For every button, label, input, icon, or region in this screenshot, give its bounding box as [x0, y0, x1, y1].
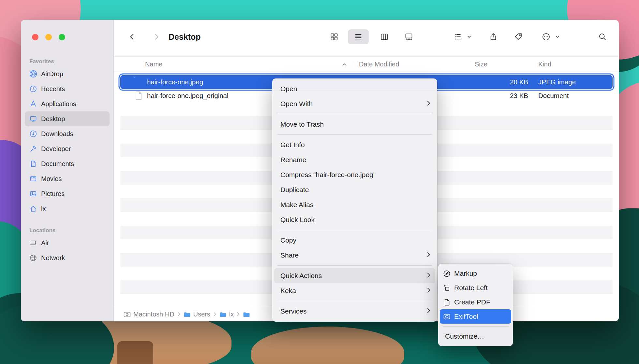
airdrop-icon	[29, 70, 37, 78]
sidebar-item-recents[interactable]: Recents	[25, 81, 110, 96]
view-columns-icon[interactable]	[380, 33, 389, 41]
submenu-item-label: Customize…	[445, 332, 484, 340]
sidebar-item-desktop[interactable]: Desktop	[25, 111, 110, 126]
submenu-item-rotate-left[interactable]: Rotate Left	[440, 281, 511, 295]
sidebar-item-developer[interactable]: Developer	[25, 141, 110, 156]
chevron-down-icon[interactable]	[467, 35, 471, 39]
menu-item-copy[interactable]: Copy	[274, 233, 435, 248]
menu-item-label: Duplicate	[280, 186, 309, 194]
create-pdf-icon	[443, 299, 451, 306]
submenu-chevron-icon	[427, 251, 431, 259]
menu-item-quick-actions[interactable]: Quick Actions	[274, 268, 435, 283]
column-divider[interactable]	[471, 61, 471, 68]
hammer-icon	[29, 145, 37, 153]
sidebar-item-movies[interactable]: Movies	[25, 171, 110, 186]
menu-item-keka[interactable]: Keka	[274, 283, 435, 298]
menu-item-label: Open With	[280, 100, 313, 108]
sidebar-item-label: Pictures	[41, 190, 65, 198]
movies-icon	[29, 175, 37, 183]
submenu-item-customize[interactable]: Customize…	[440, 329, 511, 343]
globe-icon	[29, 254, 37, 262]
sidebar-item-applications[interactable]: Applications	[25, 96, 110, 111]
submenu-item-markup[interactable]: Markup	[440, 266, 511, 281]
menu-item-move-to-trash[interactable]: Move to Trash	[274, 117, 435, 132]
sidebar-item-documents[interactable]: Documents	[25, 156, 110, 171]
search-icon[interactable]	[598, 33, 607, 41]
view-list-icon[interactable]	[354, 33, 363, 41]
menu-item-label: Compress “hair-force-one.jpeg”	[280, 171, 376, 179]
submenu-item-exiftool[interactable]: ExifTool	[440, 309, 511, 324]
menu-item-make-alias[interactable]: Make Alias	[274, 197, 435, 212]
menu-separator	[277, 114, 432, 114]
sidebar-item-network[interactable]: Network	[25, 250, 110, 265]
submenu-item-create-pdf[interactable]: Create PDF	[440, 295, 511, 309]
view-gallery-icon[interactable]	[405, 33, 413, 41]
chevron-down-icon[interactable]	[555, 35, 560, 39]
menu-item-open[interactable]: Open	[274, 81, 435, 96]
menu-separator	[277, 301, 432, 301]
submenu-chevron-icon	[427, 287, 431, 295]
sidebar-item-label: Applications	[41, 100, 76, 108]
downloads-icon	[29, 130, 37, 138]
clock-icon	[29, 85, 37, 93]
sidebar-section-locations: Locations Air Network	[25, 227, 110, 265]
column-header-kind[interactable]: Kind	[538, 61, 551, 68]
menu-item-compress[interactable]: Compress “hair-force-one.jpeg”	[274, 167, 435, 182]
menu-item-label: Move to Trash	[280, 120, 324, 128]
chevron-right-icon	[237, 311, 240, 318]
tag-icon[interactable]	[514, 33, 523, 41]
column-headers: Name Date Modified Size Kind	[114, 56, 619, 72]
path-segment-label: Macintosh HD	[133, 311, 174, 318]
sidebar-item-pictures[interactable]: Pictures	[25, 186, 110, 201]
favorites-header: Favorites	[29, 58, 110, 65]
path-segment-users[interactable]: Users	[184, 311, 210, 318]
menu-item-services[interactable]: Services	[274, 304, 435, 319]
minimize-window-button[interactable]	[45, 34, 52, 40]
sidebar-item-label: Network	[41, 254, 65, 262]
folder-icon	[243, 312, 250, 317]
menu-item-label: Quick Actions	[280, 272, 322, 280]
document-file-icon	[135, 91, 143, 100]
chevron-right-icon	[213, 311, 216, 318]
menu-item-duplicate[interactable]: Duplicate	[274, 182, 435, 197]
path-segment-home[interactable]: lx	[219, 311, 234, 318]
path-segment-partial[interactable]	[243, 312, 250, 317]
share-icon[interactable]	[489, 33, 498, 41]
sidebar-item-home[interactable]: lx	[25, 201, 110, 216]
column-divider[interactable]	[535, 61, 535, 68]
menu-item-quick-look[interactable]: Quick Look	[274, 212, 435, 227]
sidebar-item-air[interactable]: Air	[25, 235, 110, 250]
desktop-icon	[29, 115, 37, 123]
column-header-size[interactable]: Size	[475, 61, 487, 68]
file-name: hair-force-one.jpeg_original	[147, 92, 229, 100]
more-options-icon[interactable]	[542, 33, 551, 41]
file-name: hair-force-one.jpeg	[147, 78, 203, 86]
column-header-name[interactable]: Name	[145, 61, 162, 68]
menu-item-get-info[interactable]: Get Info	[274, 137, 435, 152]
menu-item-label: Copy	[280, 236, 296, 244]
sort-ascending-icon[interactable]	[342, 61, 347, 68]
close-window-button[interactable]	[32, 34, 38, 40]
menu-item-label: Keka	[280, 287, 296, 295]
sidebar-item-downloads[interactable]: Downloads	[25, 126, 110, 141]
column-header-date-modified[interactable]: Date Modified	[359, 61, 399, 68]
menu-item-open-with[interactable]: Open With	[274, 96, 435, 111]
jpeg-thumbnail-icon	[135, 78, 143, 87]
view-grid-icon[interactable]	[330, 33, 339, 41]
forward-button[interactable]	[152, 33, 161, 41]
sidebar-item-label: Desktop	[41, 115, 65, 123]
menu-item-share[interactable]: Share	[274, 248, 435, 263]
sidebar-item-label: Movies	[41, 175, 62, 183]
sidebar-item-airdrop[interactable]: AirDrop	[25, 66, 110, 81]
zoom-window-button[interactable]	[59, 34, 65, 40]
menu-item-rename[interactable]: Rename	[274, 152, 435, 167]
context-menu: Open Open With Move to Trash Get Info Re…	[272, 78, 437, 322]
column-divider[interactable]	[354, 61, 354, 68]
back-button[interactable]	[128, 33, 136, 41]
group-by-icon[interactable]	[453, 33, 462, 41]
submenu-chevron-icon	[427, 100, 431, 108]
path-segment-macintosh-hd[interactable]: Macintosh HD	[124, 311, 174, 318]
menu-item-label: Get Info	[280, 141, 305, 149]
folder-icon	[184, 312, 191, 317]
folder-icon	[219, 312, 227, 317]
